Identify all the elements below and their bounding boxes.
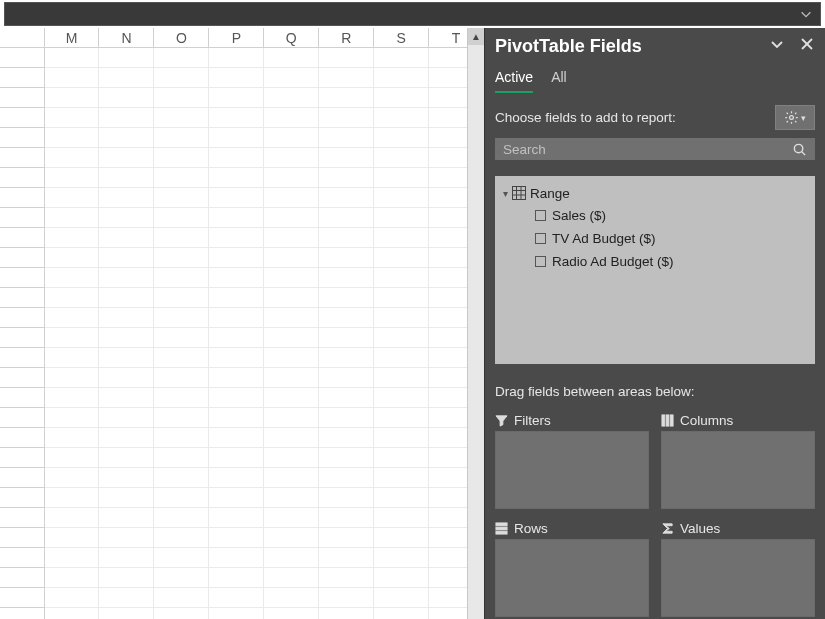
cell[interactable] <box>209 128 264 148</box>
cell[interactable] <box>374 168 429 188</box>
tab-active[interactable]: Active <box>495 69 533 93</box>
column-header[interactable]: Q <box>264 28 319 47</box>
field-checkbox[interactable] <box>535 256 546 267</box>
cell[interactable] <box>264 568 319 588</box>
cell[interactable] <box>154 128 209 148</box>
cell[interactable] <box>374 128 429 148</box>
cell[interactable] <box>154 528 209 548</box>
cell[interactable] <box>264 608 319 619</box>
cell[interactable] <box>319 368 374 388</box>
cell[interactable] <box>154 368 209 388</box>
cell[interactable] <box>154 548 209 568</box>
cell[interactable] <box>264 348 319 368</box>
cell[interactable] <box>209 368 264 388</box>
cell[interactable] <box>209 188 264 208</box>
cell[interactable] <box>319 248 374 268</box>
cell[interactable] <box>209 588 264 608</box>
cell[interactable] <box>264 108 319 128</box>
cell[interactable] <box>45 168 100 188</box>
column-header[interactable]: N <box>99 28 154 47</box>
cell[interactable] <box>209 528 264 548</box>
cell[interactable] <box>45 128 100 148</box>
cell[interactable] <box>319 228 374 248</box>
cell[interactable] <box>374 188 429 208</box>
cell[interactable] <box>45 488 100 508</box>
cell[interactable] <box>209 408 264 428</box>
cell[interactable] <box>154 148 209 168</box>
cell[interactable] <box>264 448 319 468</box>
cell[interactable] <box>264 488 319 508</box>
cell[interactable] <box>45 88 100 108</box>
cell[interactable] <box>45 148 100 168</box>
cell[interactable] <box>319 268 374 288</box>
cell[interactable] <box>99 168 154 188</box>
cell[interactable] <box>374 388 429 408</box>
cell[interactable] <box>45 448 100 468</box>
cell[interactable] <box>319 588 374 608</box>
cell[interactable] <box>99 128 154 148</box>
cell[interactable] <box>264 588 319 608</box>
cell[interactable] <box>209 348 264 368</box>
cell[interactable] <box>374 308 429 328</box>
cell[interactable] <box>209 208 264 228</box>
cell[interactable] <box>154 608 209 619</box>
field-item-radio[interactable]: Radio Ad Budget ($) <box>499 250 811 273</box>
cell[interactable] <box>319 288 374 308</box>
cell[interactable] <box>154 268 209 288</box>
cell[interactable] <box>374 288 429 308</box>
cell[interactable] <box>319 448 374 468</box>
cell[interactable] <box>45 408 100 428</box>
field-checkbox[interactable] <box>535 233 546 244</box>
cell[interactable] <box>99 608 154 619</box>
cell[interactable] <box>374 88 429 108</box>
cell[interactable] <box>264 148 319 168</box>
cell[interactable] <box>374 608 429 619</box>
values-drop-zone[interactable] <box>661 539 815 617</box>
cell[interactable] <box>209 268 264 288</box>
rows-drop-zone[interactable] <box>495 539 649 617</box>
cell[interactable] <box>319 408 374 428</box>
cell[interactable] <box>264 208 319 228</box>
cell[interactable] <box>99 108 154 128</box>
panel-close-icon[interactable] <box>799 36 815 57</box>
formula-bar-expand-icon[interactable] <box>798 6 814 22</box>
vertical-scrollbar[interactable]: ▲ <box>467 28 484 619</box>
cell[interactable] <box>154 568 209 588</box>
cell[interactable] <box>374 48 429 68</box>
cell[interactable] <box>264 228 319 248</box>
cell[interactable] <box>374 268 429 288</box>
cell[interactable] <box>45 568 100 588</box>
cell[interactable] <box>45 48 100 68</box>
cell[interactable] <box>209 68 264 88</box>
cell[interactable] <box>374 428 429 448</box>
cell[interactable] <box>99 288 154 308</box>
cell[interactable] <box>319 348 374 368</box>
cell[interactable] <box>154 88 209 108</box>
cell[interactable] <box>99 588 154 608</box>
cell[interactable] <box>45 608 100 619</box>
cell[interactable] <box>374 508 429 528</box>
cell[interactable] <box>45 468 100 488</box>
cell[interactable] <box>99 468 154 488</box>
cell[interactable] <box>374 148 429 168</box>
cell[interactable] <box>45 228 100 248</box>
cell[interactable] <box>264 328 319 348</box>
cell[interactable] <box>264 68 319 88</box>
field-search[interactable] <box>495 138 815 160</box>
cell[interactable] <box>374 448 429 468</box>
cell[interactable] <box>154 108 209 128</box>
cell[interactable] <box>319 388 374 408</box>
cell[interactable] <box>99 148 154 168</box>
cell[interactable] <box>264 308 319 328</box>
cell[interactable] <box>319 128 374 148</box>
filters-drop-zone[interactable] <box>495 431 649 509</box>
cell[interactable] <box>154 308 209 328</box>
cell[interactable] <box>209 228 264 248</box>
cell[interactable] <box>154 448 209 468</box>
cell[interactable] <box>99 388 154 408</box>
cell[interactable] <box>209 328 264 348</box>
cell[interactable] <box>319 208 374 228</box>
cell[interactable] <box>319 188 374 208</box>
cell[interactable] <box>374 468 429 488</box>
cell[interactable] <box>264 368 319 388</box>
